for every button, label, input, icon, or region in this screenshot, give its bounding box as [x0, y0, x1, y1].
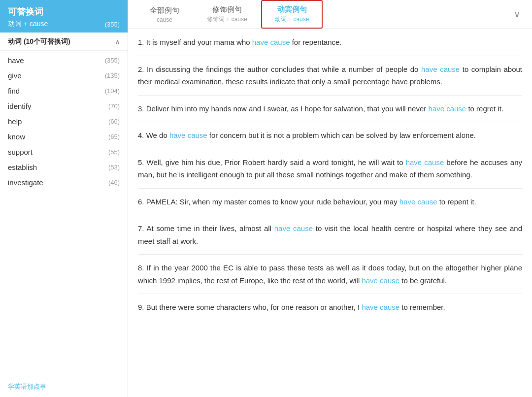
sentence-text: to remember. [399, 303, 445, 311]
highlight-phrase: have cause [428, 104, 466, 113]
sidebar: 可替换词 动词 + cause (355) 动词 (10个可替换词) ∧ hav… [0, 0, 128, 397]
highlight-phrase: have cause [252, 38, 290, 46]
sidebar-item-label: have [8, 56, 24, 65]
sidebar-item-label: establish [8, 163, 37, 171]
sentence-item: 5. Well, give him his due, Prior Robert … [138, 149, 522, 189]
sidebar-item[interactable]: have(355) [0, 53, 128, 68]
sentence-text: for concern but it is not a problem whic… [207, 131, 476, 139]
tab-1[interactable]: 修饰例句修饰词 + cause [193, 0, 261, 29]
tab-main-label: 动宾例句 [277, 5, 307, 14]
tab-sub-label: 动词 + cause [275, 15, 309, 24]
highlight-phrase: have cause [399, 198, 437, 206]
sentence-item: 9. But there were some characters who, f… [138, 294, 522, 321]
highlight-phrase: have cause [362, 303, 399, 311]
sentence-text: But there were some characters who, for … [146, 303, 362, 311]
sentence-text: Deliver him into my hands now and I swea… [146, 104, 429, 113]
sentence-num: 1. [138, 38, 146, 46]
sidebar-item[interactable]: find(104) [0, 83, 128, 99]
tab-0[interactable]: 全部例句cause [136, 1, 193, 28]
sentence-num: 3. [138, 104, 146, 113]
sentences-container: 1. It is myself and your mama who have c… [128, 29, 532, 397]
sentence-text: In discussing the findings the author co… [147, 65, 421, 73]
sidebar-count: (355) [105, 21, 120, 28]
sidebar-item-label: know [8, 132, 25, 141]
sentence-item: 8. If in the year 2000 the EC is able to… [138, 255, 522, 294]
sentence-text: to be grateful. [399, 276, 447, 285]
sentence-item: 2. In discussing the findings the author… [138, 56, 522, 96]
sidebar-item-count: (53) [108, 164, 120, 171]
sidebar-item-count: (55) [108, 148, 120, 156]
sentence-text: to repent it. [437, 198, 476, 206]
sidebar-item[interactable]: give(135) [0, 68, 128, 83]
sidebar-section-label: 动词 (10个可替换词) [8, 37, 70, 46]
sidebar-item-count: (70) [108, 102, 120, 110]
tab-main-label: 修饰例句 [212, 5, 242, 14]
sentence-text: We do [146, 131, 169, 139]
sentence-text: to regret it. [466, 104, 503, 113]
sentence-item: 7. At some time in their lives, almost a… [138, 215, 522, 255]
sidebar-item-label: help [8, 117, 22, 126]
sidebar-item-count: (104) [105, 87, 120, 95]
sidebar-item-label: support [8, 148, 33, 156]
tab-sub-label: 修饰词 + cause [207, 15, 247, 24]
sidebar-item-label: give [8, 71, 22, 80]
sentence-item: 4. We do have cause for concern but it i… [138, 122, 522, 149]
tabs-expand-icon[interactable]: ∨ [510, 4, 524, 25]
highlight-phrase: have cause [362, 276, 399, 285]
sentence-text: Well, give him his due, Prior Robert har… [147, 158, 406, 166]
sentence-item: 6. PAMELA: Sir, when my master comes to … [138, 189, 522, 216]
sentence-text: It is myself and your mama who [146, 38, 252, 46]
sidebar-item-count: (46) [108, 179, 120, 186]
tab-sub-label: cause [157, 16, 172, 23]
sidebar-item[interactable]: know(65) [0, 129, 128, 144]
sidebar-subtitle: 动词 + cause [8, 20, 48, 29]
sentence-num: 5. [138, 158, 147, 166]
sidebar-item-count: (65) [108, 133, 120, 140]
sentence-text: At some time in their lives, almost all [146, 224, 274, 232]
tabs-bar: 全部例句cause修饰例句修饰词 + cause动宾例句动词 + cause∨ [128, 0, 532, 29]
sidebar-header: 可替换词 动词 + cause (355) [0, 0, 128, 33]
sidebar-item[interactable]: support(55) [0, 144, 128, 160]
sidebar-item[interactable]: identify(70) [0, 99, 128, 114]
main-content: 全部例句cause修饰例句修饰词 + cause动宾例句动词 + cause∨ … [128, 0, 532, 397]
sidebar-item-label: identify [8, 102, 32, 110]
sidebar-item[interactable]: investigate(46) [0, 175, 128, 190]
sentence-num: 4. [138, 131, 146, 139]
sentence-text: for repentance. [290, 38, 342, 46]
sidebar-item[interactable]: help(66) [0, 114, 128, 129]
sentence-num: 9. [138, 303, 146, 311]
sentence-num: 6. [138, 198, 146, 206]
sidebar-item-count: (135) [105, 72, 120, 79]
sidebar-section-header[interactable]: 动词 (10个可替换词) ∧ [0, 33, 128, 51]
sidebar-footer: 学英语那点事 [0, 376, 128, 397]
sidebar-item-count: (66) [108, 118, 120, 125]
sentence-item: 1. It is myself and your mama who have c… [138, 29, 522, 56]
sidebar-list: have(355)give(135)find(104)identify(70)h… [0, 51, 128, 376]
tab-2[interactable]: 动宾例句动词 + cause [261, 0, 323, 29]
sidebar-subtitle-row: 动词 + cause (355) [8, 20, 120, 29]
tab-main-label: 全部例句 [150, 6, 179, 15]
sidebar-toggle-icon[interactable]: ∧ [115, 38, 120, 45]
sentence-text: If in the year 2000 the EC is able to pa… [138, 264, 522, 285]
sidebar-item-label: find [8, 87, 20, 95]
sentence-num: 7. [138, 224, 146, 232]
sidebar-item-label: investigate [8, 178, 43, 187]
sidebar-item[interactable]: establish(53) [0, 160, 128, 175]
highlight-phrase: have cause [274, 224, 313, 232]
sentence-num: 2. [138, 65, 147, 73]
sidebar-item-count: (355) [105, 57, 120, 64]
highlight-phrase: have cause [406, 158, 444, 166]
highlight-phrase: have cause [169, 131, 207, 139]
sidebar-title: 可替换词 [8, 6, 120, 18]
sentence-text: PAMELA: Sir, when my master comes to kno… [146, 198, 399, 206]
sentence-num: 8. [138, 264, 147, 272]
sentence-item: 3. Deliver him into my hands now and I s… [138, 96, 522, 123]
highlight-phrase: have cause [421, 65, 460, 73]
